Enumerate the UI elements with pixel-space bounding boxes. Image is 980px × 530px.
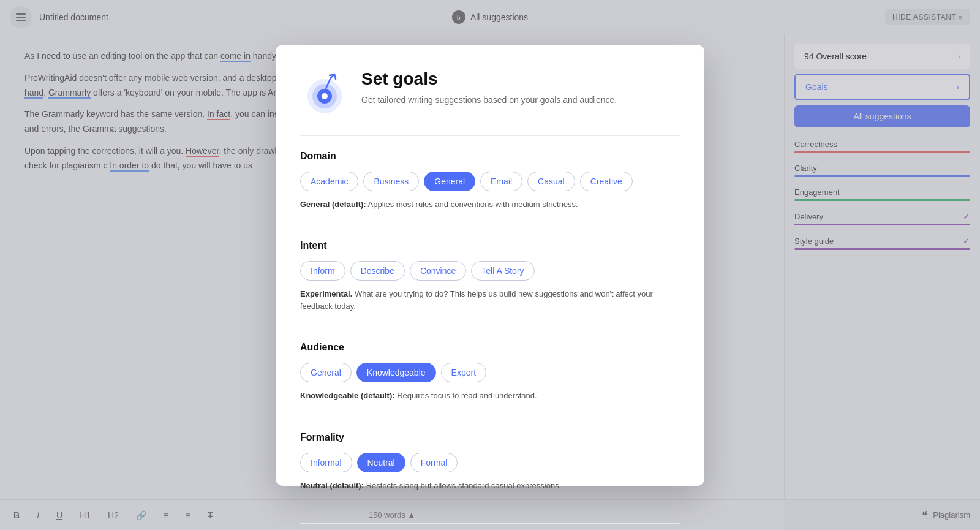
audience-knowledgeable[interactable]: Knowledgeable — [356, 363, 436, 382]
intent-inform[interactable]: Inform — [300, 261, 345, 281]
formality-pill-group: Informal Neutral Formal — [300, 453, 680, 472]
intent-pill-group: Inform Describe Convince Tell A Story — [300, 261, 680, 281]
formality-label: Formality — [300, 432, 680, 443]
intent-section: Intent Inform Describe Convince Tell A S… — [300, 225, 680, 327]
audience-expert[interactable]: Expert — [441, 363, 486, 382]
domain-description: General (default): Applies most rules an… — [300, 199, 680, 211]
domain-academic[interactable]: Academic — [300, 172, 358, 191]
intent-tell-a-story[interactable]: Tell A Story — [471, 261, 534, 281]
intent-label: Intent — [300, 240, 680, 251]
formality-neutral[interactable]: Neutral — [357, 453, 405, 472]
audience-general[interactable]: General — [300, 363, 352, 382]
formality-description: Neutral (default): Restricts slang but a… — [300, 480, 680, 492]
set-goals-modal: Set goals Get tailored writing suggestio… — [276, 45, 704, 486]
target-icon — [300, 69, 349, 118]
formality-section: Formality Informal Neutral Formal Neutra… — [300, 417, 680, 507]
formality-informal[interactable]: Informal — [300, 453, 352, 472]
modal-overlay: Set goals Get tailored writing suggestio… — [0, 0, 980, 530]
svg-point-6 — [322, 93, 328, 99]
audience-description: Knowledgeable (default): Requires focus … — [300, 390, 680, 402]
domain-general[interactable]: General — [424, 172, 475, 191]
domain-email[interactable]: Email — [480, 172, 522, 191]
audience-label: Audience — [300, 342, 680, 353]
domain-section: Domain Academic Business General Email C… — [300, 135, 680, 225]
modal-title-area: Set goals Get tailored writing suggestio… — [361, 69, 617, 107]
audience-section: Audience General Knowledgeable Expert Kn… — [300, 327, 680, 417]
intent-convince[interactable]: Convince — [410, 261, 466, 281]
intent-description: Experimental. What are you trying to do?… — [300, 288, 680, 312]
formality-formal[interactable]: Formal — [410, 453, 458, 472]
domain-casual[interactable]: Casual — [527, 172, 575, 191]
domain-business[interactable]: Business — [363, 172, 419, 191]
domain-pill-group: Academic Business General Email Casual C… — [300, 172, 680, 191]
intent-describe[interactable]: Describe — [350, 261, 405, 281]
audience-pill-group: General Knowledgeable Expert — [300, 363, 680, 382]
domain-creative[interactable]: Creative — [580, 172, 633, 191]
domain-label: Domain — [300, 151, 680, 162]
modal-title: Set goals — [361, 69, 617, 89]
modal-footer: Show Set Goals when I start a new docume… — [300, 523, 680, 530]
modal-header: Set goals Get tailored writing suggestio… — [300, 69, 680, 118]
modal-subtitle: Get tailored writing suggestions based o… — [361, 94, 617, 107]
